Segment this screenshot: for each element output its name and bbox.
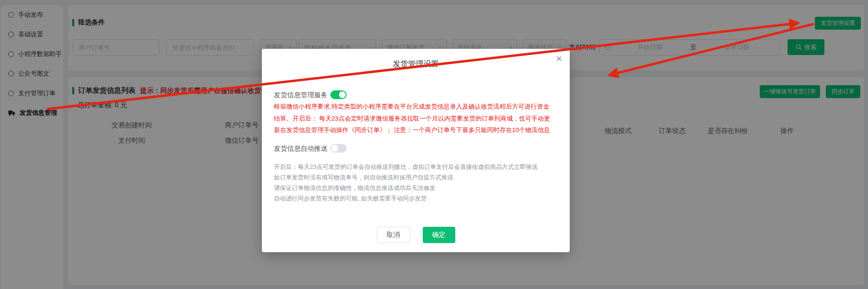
autopush-toggle-label: 发货信息自动推送 xyxy=(274,144,327,153)
close-icon[interactable]: × xyxy=(556,54,562,64)
cancel-button[interactable]: 取消 xyxy=(377,227,410,243)
service-toggle-label: 发货信息管理服务 xyxy=(274,91,327,100)
service-description: 根据微信小程序要求,特定类型的小程序需要在平台完成发货信息录入及确认收货流程后方… xyxy=(274,101,550,136)
modal-actions: 取消 确定 xyxy=(262,227,570,243)
toggle-knob xyxy=(331,145,338,152)
autopush-description: 开启后：每天23点可发货的订单会自动推送到微信，虚拟订单支付后会直接按虚拟商品方… xyxy=(274,162,538,204)
toggle-knob xyxy=(339,91,346,98)
modal-title: 发货管理设置 xyxy=(262,59,570,69)
shipping-settings-modal: 发货管理设置 × 发货信息管理服务 根据微信小程序要求,特定类型的小程序需要在平… xyxy=(262,49,570,252)
autopush-toggle[interactable] xyxy=(330,144,347,153)
confirm-button[interactable]: 确定 xyxy=(423,227,455,243)
service-toggle[interactable] xyxy=(330,90,347,99)
page: { "sidebar": { "items": [ {"label": "手动发… xyxy=(0,0,868,289)
